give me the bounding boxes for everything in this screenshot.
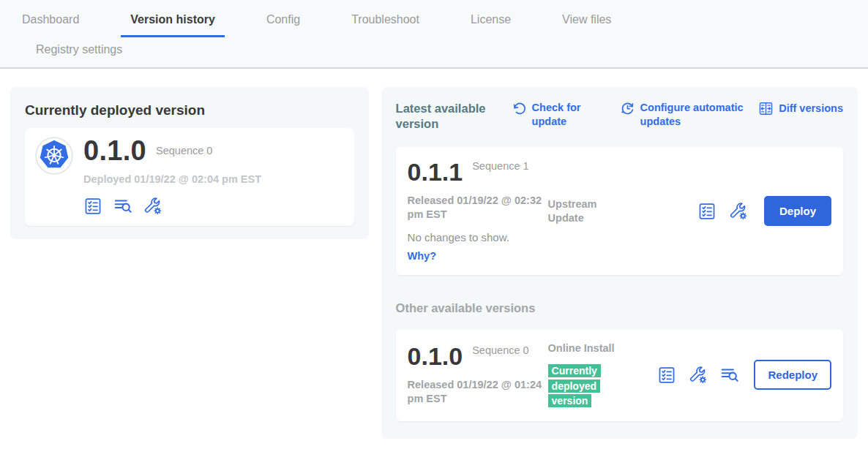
check-for-update-link[interactable]: Check for update [512,101,591,129]
available-versions-card: Latest available version Check for updat… [381,87,858,439]
diff-columns-icon [758,101,774,116]
diff-versions-link[interactable]: Diff versions [758,101,843,116]
configure-automatic-updates-link[interactable]: Configure automatic updates [620,101,754,129]
deployed-timestamp: Deployed 01/19/22 @ 02:04 pm EST [83,173,261,185]
redeploy-button[interactable]: Redeploy [754,360,831,390]
deployed-action-icons [83,197,261,216]
available-card-title: Latest available version [396,101,498,132]
other-source-label: Online Install [548,341,616,355]
auto-update-clock-icon [620,101,635,116]
kubernetes-logo-icon [35,137,73,175]
latest-source-column: Upstream Update [548,197,626,225]
tab-dashboard[interactable]: Dashboard [12,12,89,37]
view-logs-icon[interactable] [720,366,739,385]
other-version-info: 0.1.0 Sequence 0 Released 01/19/22 @ 01:… [408,344,548,406]
nav-tab-list: Dashboard Version history Config Trouble… [12,12,752,67]
app-root: Dashboard Version history Config Trouble… [0,0,868,468]
other-sequence-label: Sequence 0 [472,344,531,369]
available-card-header: Latest available version Check for updat… [396,101,843,132]
latest-changes-note: No changes to show. [408,231,548,244]
preflight-checks-icon[interactable] [657,366,676,385]
deployed-version-info: 0.1.0 Sequence 0 Deployed 01/19/22 @ 02:… [83,137,261,216]
tab-license[interactable]: License [461,12,520,37]
deployed-version-panel: 0.1.0 Sequence 0 Deployed 01/19/22 @ 02:… [25,128,354,226]
latest-version-number: 0.1.1 [408,159,463,184]
app-subnav: Dashboard Version history Config Trouble… [0,0,868,69]
other-released-timestamp: Released 01/19/22 @ 01:24 pm EST [408,378,544,406]
deploy-button[interactable]: Deploy [764,196,831,226]
tab-config[interactable]: Config [257,12,310,37]
edit-config-icon[interactable] [143,197,162,216]
other-version-row: 0.1.0 Sequence 0 Released 01/19/22 @ 01:… [396,329,843,421]
tab-version-history[interactable]: Version history [121,12,225,37]
latest-released-timestamp: Released 01/19/22 @ 02:32 pm EST [408,194,544,222]
refresh-arrow-icon [512,101,527,116]
other-version-number: 0.1.0 [408,344,463,369]
latest-actions: Deploy [697,196,831,226]
why-link[interactable]: Why? [408,250,436,262]
latest-version-row: 0.1.1 Sequence 1 Released 01/19/22 @ 02:… [396,147,843,275]
tab-view-files[interactable]: View files [553,12,621,37]
preflight-checks-icon[interactable] [83,197,102,216]
other-actions: Redeploy [657,360,831,390]
preflight-checks-icon[interactable] [697,202,717,221]
currently-deployed-card: Currently deployed version [10,87,369,239]
deployed-sequence-label: Sequence 0 [156,145,212,156]
other-source-column: Online Install Currently deployed versio… [548,341,626,409]
edit-config-icon[interactable] [689,366,708,385]
tab-registry-settings[interactable]: Registry settings [26,42,132,67]
latest-source-label: Upstream Update [548,197,616,225]
view-logs-icon[interactable] [113,197,132,216]
latest-version-info: 0.1.1 Sequence 1 Released 01/19/22 @ 02:… [408,159,548,263]
latest-sequence-label: Sequence 1 [472,159,531,184]
edit-config-icon[interactable] [729,202,748,221]
deployed-version-number: 0.1.0 [83,137,146,165]
deployed-card-title: Currently deployed version [25,102,354,118]
currently-deployed-badge: Currently deployed version [548,364,601,407]
version-history-page: Currently deployed version [0,69,868,457]
tab-troubleshoot[interactable]: Troubleshoot [342,12,429,37]
other-versions-title: Other available versions [396,301,843,315]
currently-deployed-badge-wrap: Currently deployed version [548,363,617,409]
